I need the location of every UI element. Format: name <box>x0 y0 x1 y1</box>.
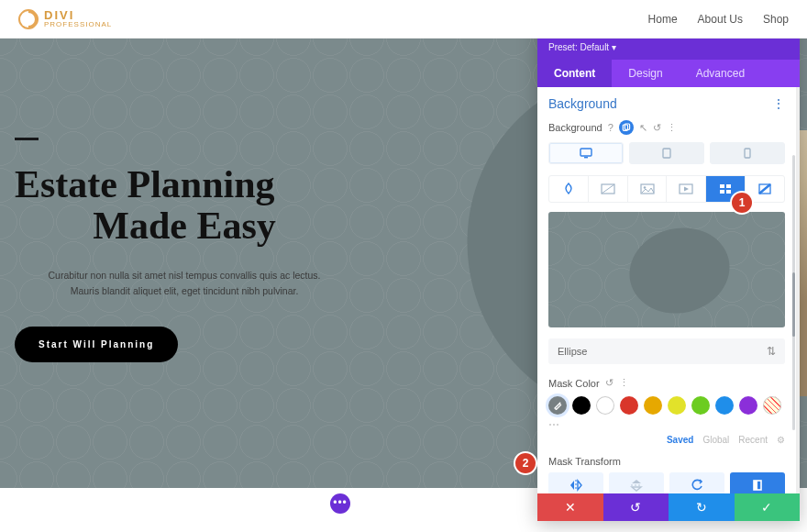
swatch-red[interactable] <box>620 396 638 415</box>
svg-rect-19 <box>720 190 724 194</box>
svg-rect-17 <box>720 184 724 188</box>
help-icon[interactable]: ? <box>608 122 614 133</box>
transform-invert-button[interactable] <box>730 472 785 493</box>
background-field-label: Background <box>548 122 602 133</box>
discard-button[interactable]: ✕ <box>537 493 603 521</box>
svg-rect-10 <box>584 157 588 158</box>
palette-tab-recent[interactable]: Recent <box>738 435 768 445</box>
mask-transform-row <box>548 472 785 493</box>
panel-scrollbar[interactable] <box>792 155 795 430</box>
field-kebab-icon[interactable]: ⋮ <box>667 122 677 134</box>
undo-button[interactable]: ↺ <box>603 493 669 521</box>
nav-home[interactable]: Home <box>648 13 678 26</box>
svg-rect-11 <box>663 149 670 158</box>
hero-title: Estate Planning Made Easy <box>15 164 354 248</box>
swatch-green[interactable] <box>691 396 710 415</box>
panel-body[interactable]: Background ⋮ Background ? ↖ ↺ ⋮ <box>537 87 800 493</box>
brand-logo: DIVI PROFESSIONAL <box>18 9 112 29</box>
device-tablet-button[interactable] <box>629 142 704 164</box>
transform-flip-horizontal-button[interactable] <box>548 472 603 493</box>
mask-color-label: Mask Color <box>548 378 600 389</box>
palette-tab-global[interactable]: Global <box>702 435 729 445</box>
tab-advanced[interactable]: Advanced <box>680 60 761 87</box>
bg-type-video-button[interactable] <box>667 176 706 202</box>
transform-rotate-button[interactable] <box>669 472 724 493</box>
callout-2: 2 <box>515 453 536 473</box>
swatch-more-icon[interactable]: ⋯ <box>548 418 785 431</box>
hero-description: Curabitur non nulla sit amet nisl tempus… <box>15 268 354 300</box>
accent-dash <box>15 138 39 140</box>
swatch-blue[interactable] <box>715 396 734 415</box>
mask-color-reset-icon[interactable]: ↺ <box>605 377 614 389</box>
floating-menu-button[interactable]: ••• <box>330 493 350 514</box>
bg-type-color-button[interactable] <box>549 176 589 202</box>
background-section-title: Background <box>548 96 617 111</box>
device-row <box>548 142 785 164</box>
tab-content[interactable]: Content <box>537 60 612 87</box>
panel-preset-label[interactable]: Preset: Default ▾ <box>537 42 800 60</box>
reset-icon[interactable]: ↺ <box>653 122 661 134</box>
palette-gear-icon[interactable]: ⚙ <box>777 435 785 445</box>
save-button[interactable]: ✓ <box>735 493 801 521</box>
panel-tabs: Content Design Advanced <box>537 60 800 87</box>
hero-desc-line2: Mauris blandit aliquet elit, eget tincid… <box>15 283 354 299</box>
primary-nav: Home About Us Shop <box>648 13 789 26</box>
palette-tabs: Saved Global Recent ⚙ <box>548 435 785 445</box>
swatch-yellow[interactable] <box>668 396 686 415</box>
background-section-heading[interactable]: Background ⋮ <box>548 96 785 111</box>
callout-1: 1 <box>732 193 752 213</box>
brand-subtitle: PROFESSIONAL <box>44 21 112 28</box>
redo-button[interactable]: ↻ <box>669 493 735 521</box>
settings-panel: Section Settings Preset: Default ▾ Conte… <box>537 13 800 521</box>
hero-cta-button[interactable]: Start Will Planning <box>15 327 178 362</box>
chevron-updown-icon: ⇅ <box>767 345 776 358</box>
color-swatch-row <box>548 396 785 415</box>
mask-color-kebab-icon[interactable]: ⋮ <box>619 377 629 389</box>
transform-flip-vertical-button[interactable] <box>609 472 664 493</box>
hero-desc-line1: Curabitur non nulla sit amet nisl tempus… <box>15 268 354 283</box>
device-phone-button[interactable] <box>710 142 785 164</box>
hover-toggle-icon[interactable] <box>619 120 634 135</box>
hero-title-line1: Estate Planning <box>15 163 275 205</box>
bg-type-image-button[interactable] <box>628 176 668 202</box>
bg-type-mask-button[interactable] <box>746 176 784 202</box>
swatch-orange[interactable] <box>644 396 662 415</box>
tab-design[interactable]: Design <box>612 60 679 87</box>
swatch-purple[interactable] <box>739 396 757 415</box>
cursor-icon[interactable]: ↖ <box>639 122 647 134</box>
color-picker-swatch[interactable] <box>548 396 567 415</box>
mask-shape-value: Ellipse <box>558 346 587 357</box>
nav-shop[interactable]: Shop <box>763 13 789 26</box>
swatch-none[interactable] <box>763 396 781 415</box>
section-kebab-icon[interactable]: ⋮ <box>772 96 785 111</box>
logo-mark-icon <box>14 5 42 33</box>
panel-action-bar: ✕ ↺ ↻ ✓ <box>537 493 800 521</box>
svg-rect-12 <box>745 149 750 158</box>
palette-tab-saved[interactable]: Saved <box>667 435 693 445</box>
svg-rect-20 <box>726 190 731 194</box>
svg-rect-18 <box>726 184 731 188</box>
nav-about[interactable]: About Us <box>698 13 743 26</box>
svg-rect-9 <box>580 149 591 156</box>
hero-title-line2: Made Easy <box>15 205 354 247</box>
swatch-black[interactable] <box>572 396 591 415</box>
svg-rect-25 <box>754 481 757 490</box>
swatch-white[interactable] <box>596 396 614 415</box>
top-navbar: DIVI PROFESSIONAL Home About Us Shop <box>0 0 807 39</box>
bg-type-gradient-button[interactable] <box>589 176 628 202</box>
mask-shape-dropdown[interactable]: Ellipse ⇅ <box>548 338 785 364</box>
mask-transform-label: Mask Transform <box>548 456 785 467</box>
mask-preview <box>548 212 785 327</box>
device-desktop-button[interactable] <box>548 142 624 164</box>
